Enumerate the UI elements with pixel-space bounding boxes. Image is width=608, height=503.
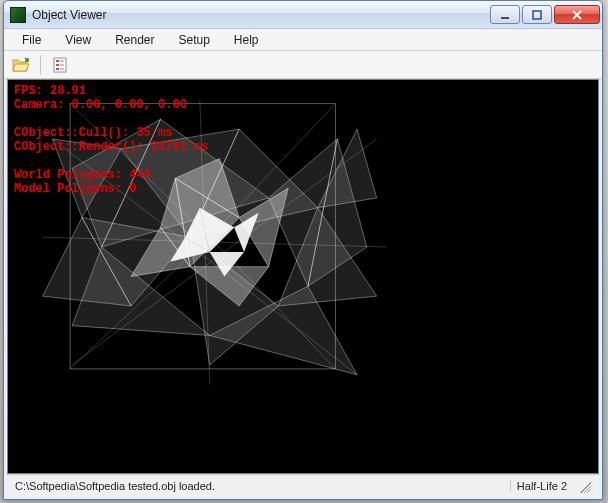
menu-setup[interactable]: Setup [169, 31, 220, 49]
viewport-3d[interactable]: FPS: 28.91 Camera: 0.00, 0.00, 0.00 CObj… [7, 79, 599, 474]
menubar: File View Render Setup Help [4, 29, 602, 51]
properties-icon [52, 57, 68, 73]
svg-rect-3 [56, 60, 59, 62]
status-message: C:\Softpedia\Softpedia tested.obj loaded… [15, 480, 504, 492]
svg-rect-4 [56, 64, 59, 66]
svg-rect-0 [501, 17, 509, 19]
toolbar-separator [40, 55, 41, 75]
menu-view[interactable]: View [55, 31, 101, 49]
toolbar [4, 51, 602, 79]
menu-help[interactable]: Help [224, 31, 269, 49]
folder-open-icon [12, 57, 30, 73]
menu-file[interactable]: File [12, 31, 51, 49]
menu-render[interactable]: Render [105, 31, 164, 49]
close-button[interactable] [554, 5, 600, 24]
minimize-button[interactable] [490, 5, 520, 24]
titlebar[interactable]: Object Viewer [4, 1, 602, 29]
stats-overlay: FPS: 28.91 Camera: 0.00, 0.00, 0.00 CObj… [14, 84, 208, 196]
app-window: Object Viewer File View Render Setup Hel… [3, 0, 603, 500]
status-engine: Half-Life 2 [510, 480, 573, 492]
maximize-icon [531, 10, 543, 20]
svg-rect-1 [533, 11, 541, 19]
close-icon [571, 10, 583, 20]
minimize-icon [499, 10, 511, 20]
properties-button[interactable] [49, 54, 71, 76]
statusbar: C:\Softpedia\Softpedia tested.obj loaded… [7, 474, 599, 496]
app-icon [10, 7, 26, 23]
open-button[interactable] [10, 54, 32, 76]
window-title: Object Viewer [32, 8, 490, 22]
svg-rect-5 [56, 68, 59, 70]
maximize-button[interactable] [522, 5, 552, 24]
window-controls [490, 5, 600, 24]
resize-grip[interactable] [577, 479, 591, 493]
